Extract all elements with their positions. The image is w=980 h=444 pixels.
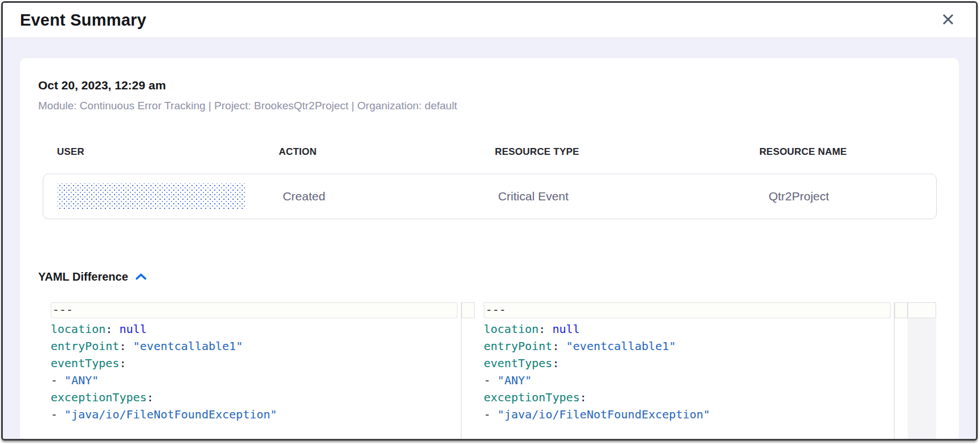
audit-table-header-row: USER ACTION RESOURCE TYPE RESOURCE NAME bbox=[43, 146, 937, 158]
close-button[interactable] bbox=[940, 12, 957, 29]
yaml-diff-right-panel[interactable]: ---location: nullentryPoint: "eventcalla… bbox=[484, 302, 908, 441]
event-context: Module: Continuous Error Tracking | Proj… bbox=[38, 100, 941, 112]
action-cell: Created bbox=[203, 190, 405, 203]
yaml-line: - "ANY" bbox=[484, 372, 891, 389]
yaml-line: --- bbox=[51, 302, 458, 318]
header-action: ACTION bbox=[191, 146, 405, 158]
gutter-marker-right bbox=[895, 302, 908, 318]
yaml-line: - "java/io/FileNotFoundException" bbox=[51, 406, 458, 423]
header-resource-type: RESOURCE TYPE bbox=[405, 146, 669, 158]
panel-divider bbox=[475, 302, 484, 441]
yaml-diff-view: ---location: nullentryPoint: "eventcalla… bbox=[51, 302, 941, 441]
diff-gutter-right bbox=[894, 302, 908, 441]
diff-gutter-left bbox=[461, 302, 475, 441]
audit-table-row: Created Critical Event Qtr2Project bbox=[43, 174, 937, 219]
modal-body: Oct 20, 2023, 12:29 am Module: Continuou… bbox=[3, 38, 976, 441]
resource-name-cell: Qtr2Project bbox=[662, 190, 936, 203]
yaml-line: - "java/io/FileNotFoundException" bbox=[484, 406, 891, 423]
yaml-line: exceptionTypes: bbox=[484, 389, 891, 406]
yaml-line: location: null bbox=[51, 320, 458, 338]
header-user: USER bbox=[43, 146, 191, 158]
yaml-line: eventTypes: bbox=[51, 355, 458, 372]
yaml-line: exceptionTypes: bbox=[51, 389, 458, 406]
yaml-line: - "ANY" bbox=[51, 372, 458, 389]
yaml-line: eventTypes: bbox=[484, 355, 891, 372]
resource-type-cell: Critical Event bbox=[405, 190, 662, 203]
yaml-line: entryPoint: "eventcallable1" bbox=[51, 338, 458, 355]
event-summary-modal: Event Summary Oct 20, 2023, 12:29 am Mod… bbox=[1, 1, 978, 441]
close-icon bbox=[941, 13, 955, 28]
gutter-marker-left bbox=[462, 302, 475, 318]
event-timestamp: Oct 20, 2023, 12:29 am bbox=[38, 79, 941, 92]
yaml-diff-left-panel[interactable]: ---location: nullentryPoint: "eventcalla… bbox=[51, 302, 475, 441]
modal-title: Event Summary bbox=[20, 11, 146, 30]
modal-titlebar: Event Summary bbox=[3, 3, 976, 38]
yaml-code-right[interactable]: ---location: nullentryPoint: "eventcalla… bbox=[484, 302, 894, 441]
diff-scrollbar-thumb[interactable] bbox=[908, 302, 936, 318]
header-resource-name: RESOURCE NAME bbox=[669, 146, 937, 158]
yaml-line: entryPoint: "eventcallable1" bbox=[484, 338, 891, 355]
yaml-difference-label: YAML Difference bbox=[38, 270, 128, 283]
yaml-line: location: null bbox=[484, 320, 891, 338]
chevron-up-icon[interactable] bbox=[135, 273, 147, 283]
audit-table: USER ACTION RESOURCE TYPE RESOURCE NAME … bbox=[43, 146, 937, 219]
yaml-difference-header: YAML Difference bbox=[38, 270, 941, 283]
yaml-line: --- bbox=[484, 302, 891, 318]
yaml-code-left[interactable]: ---location: nullentryPoint: "eventcalla… bbox=[51, 302, 461, 441]
diff-scrollbar-track[interactable] bbox=[908, 302, 936, 441]
user-cell bbox=[43, 183, 203, 209]
summary-card: Oct 20, 2023, 12:29 am Module: Continuou… bbox=[20, 58, 959, 441]
